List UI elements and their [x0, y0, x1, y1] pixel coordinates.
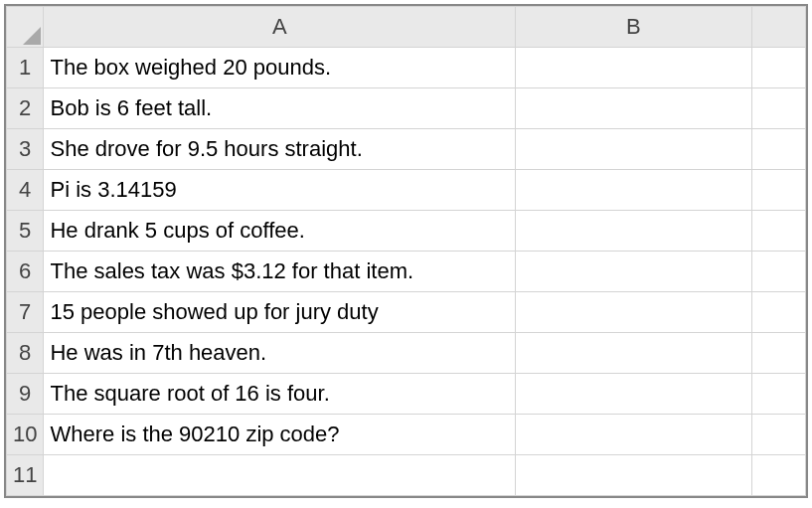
table-row: 7 15 people showed up for jury duty — [7, 292, 806, 333]
cell-B8[interactable] — [516, 333, 751, 374]
cell-B10[interactable] — [516, 415, 751, 455]
cell-A11[interactable] — [44, 455, 516, 496]
cell-A2[interactable]: Bob is 6 feet tall. — [44, 88, 516, 129]
column-header-row: A B — [7, 7, 806, 48]
cell-B6[interactable] — [516, 252, 751, 292]
table-row: 11 — [7, 455, 806, 496]
cell-B3[interactable] — [516, 129, 751, 170]
row-header-6[interactable]: 6 — [7, 252, 44, 292]
cell-C2[interactable] — [751, 88, 805, 129]
row-header-7[interactable]: 7 — [7, 292, 44, 333]
row-header-10[interactable]: 10 — [7, 415, 44, 455]
cell-A8[interactable]: He was in 7th heaven. — [44, 333, 516, 374]
cell-B11[interactable] — [516, 455, 751, 496]
grid-body: 1 The box weighed 20 pounds. 2 Bob is 6 … — [7, 48, 806, 496]
select-all-triangle-icon — [23, 27, 41, 45]
table-row: 1 The box weighed 20 pounds. — [7, 48, 806, 88]
cell-C10[interactable] — [751, 415, 805, 455]
select-all-corner[interactable] — [7, 7, 44, 48]
row-header-2[interactable]: 2 — [7, 88, 44, 129]
row-header-5[interactable]: 5 — [7, 211, 44, 252]
cell-A10[interactable]: Where is the 90210 zip code? — [44, 415, 516, 455]
cell-A9[interactable]: The square root of 16 is four. — [44, 374, 516, 415]
grid: A B 1 The box weighed 20 pounds. 2 Bob i… — [6, 6, 806, 496]
row-header-11[interactable]: 11 — [7, 455, 44, 496]
row-header-8[interactable]: 8 — [7, 333, 44, 374]
row-header-9[interactable]: 9 — [7, 374, 44, 415]
column-header-B[interactable]: B — [516, 7, 751, 48]
table-row: 10 Where is the 90210 zip code? — [7, 415, 806, 455]
cell-B1[interactable] — [516, 48, 751, 88]
column-header-A[interactable]: A — [44, 7, 516, 48]
cell-C3[interactable] — [751, 129, 805, 170]
cell-A4[interactable]: Pi is 3.14159 — [44, 170, 516, 211]
cell-B2[interactable] — [516, 88, 751, 129]
cell-B5[interactable] — [516, 211, 751, 252]
table-row: 8 He was in 7th heaven. — [7, 333, 806, 374]
table-row: 9 The square root of 16 is four. — [7, 374, 806, 415]
cell-B9[interactable] — [516, 374, 751, 415]
row-header-4[interactable]: 4 — [7, 170, 44, 211]
table-row: 3 She drove for 9.5 hours straight. — [7, 129, 806, 170]
cell-A6[interactable]: The sales tax was $3.12 for that item. — [44, 252, 516, 292]
cell-A5[interactable]: He drank 5 cups of coffee. — [44, 211, 516, 252]
row-header-3[interactable]: 3 — [7, 129, 44, 170]
column-header-C[interactable] — [751, 7, 805, 48]
cell-B4[interactable] — [516, 170, 751, 211]
cell-A7[interactable]: 15 people showed up for jury duty — [44, 292, 516, 333]
cell-C6[interactable] — [751, 252, 805, 292]
cell-C1[interactable] — [751, 48, 805, 88]
table-row: 2 Bob is 6 feet tall. — [7, 88, 806, 129]
row-header-1[interactable]: 1 — [7, 48, 44, 88]
table-row: 4 Pi is 3.14159 — [7, 170, 806, 211]
cell-C7[interactable] — [751, 292, 805, 333]
cell-B7[interactable] — [516, 292, 751, 333]
cell-C4[interactable] — [751, 170, 805, 211]
cell-A3[interactable]: She drove for 9.5 hours straight. — [44, 129, 516, 170]
cell-A1[interactable]: The box weighed 20 pounds. — [44, 48, 516, 88]
table-row: 5 He drank 5 cups of coffee. — [7, 211, 806, 252]
table-row: 6 The sales tax was $3.12 for that item. — [7, 252, 806, 292]
cell-C5[interactable] — [751, 211, 805, 252]
spreadsheet: A B 1 The box weighed 20 pounds. 2 Bob i… — [4, 4, 808, 498]
cell-C9[interactable] — [751, 374, 805, 415]
cell-C8[interactable] — [751, 333, 805, 374]
cell-C11[interactable] — [751, 455, 805, 496]
